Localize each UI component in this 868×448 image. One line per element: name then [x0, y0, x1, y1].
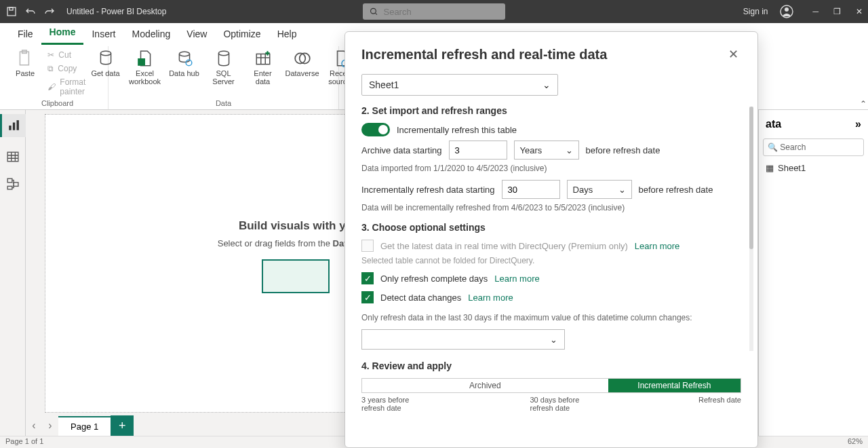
directquery-checkbox	[361, 240, 374, 252]
archive-value-input[interactable]	[449, 141, 507, 160]
directquery-label: Get the latest data in real time with Di…	[380, 241, 628, 251]
title-bar: Untitled - Power BI Desktop Sign in ─ ❐ …	[0, 0, 868, 23]
section-3-header: 3. Choose optional settings	[361, 222, 741, 233]
dialog-title: Incremental refresh and real-time data	[361, 47, 607, 62]
chevron-down-icon: ⌄	[566, 145, 573, 155]
maximize-icon[interactable]: ❐	[833, 7, 841, 16]
dataverse-button[interactable]: Dataverse	[285, 46, 319, 88]
data-view-icon[interactable]	[5, 149, 20, 164]
archive-unit-select[interactable]: Years⌄	[514, 141, 579, 160]
data-pane-title: ata	[766, 118, 781, 130]
dialog-close-icon[interactable]: ✕	[726, 44, 741, 64]
group-data: Data	[216, 99, 231, 109]
signin-link[interactable]: Sign in	[743, 7, 768, 16]
table-icon: ▦	[766, 163, 774, 173]
tab-help[interactable]: Help	[269, 24, 305, 45]
svg-point-11	[218, 51, 229, 56]
incremental-toggle[interactable]	[361, 123, 390, 136]
excel-button[interactable]: Excel workbook	[128, 46, 162, 88]
chevron-down-icon: ⌄	[542, 79, 551, 90]
svg-rect-8	[138, 58, 145, 66]
status-page: Page 1 of 1	[5, 437, 43, 447]
svg-rect-19	[7, 152, 18, 162]
tab-view[interactable]: View	[178, 24, 215, 45]
detect-changes-checkbox[interactable]: ✓	[361, 291, 374, 303]
minimize-icon[interactable]: ─	[812, 7, 818, 16]
paste-button[interactable]: Paste	[11, 46, 39, 80]
svg-rect-22	[7, 186, 12, 189]
report-view-icon[interactable]	[0, 114, 26, 137]
svg-rect-5	[20, 52, 29, 65]
brush-icon: 🖌	[47, 82, 56, 92]
svg-rect-16	[9, 126, 11, 130]
complete-days-learn-more[interactable]: Learn more	[494, 274, 539, 284]
undo-icon[interactable]	[24, 5, 37, 18]
tab-home[interactable]: Home	[41, 22, 84, 45]
tab-file[interactable]: File	[9, 24, 41, 45]
page-tabs: ‹ › Page 1 +	[26, 415, 134, 436]
detect-changes-learn-more[interactable]: Learn more	[468, 293, 513, 303]
complete-days-checkbox[interactable]: ✓	[361, 272, 374, 284]
section-4-header: 4. Review and apply	[361, 360, 741, 371]
global-search[interactable]	[363, 3, 505, 20]
incremental-refresh-dialog: Incremental refresh and real-time data ✕…	[344, 31, 758, 448]
account-icon[interactable]	[780, 5, 793, 18]
detect-changes-label: Detect data changes	[380, 293, 461, 303]
data-pane: ata» 🔍 Search ▦Sheet1	[758, 110, 868, 436]
model-view-icon[interactable]	[5, 176, 20, 191]
archive-suffix: before refresh date	[586, 145, 660, 155]
timeline-label-2: 30 days before refresh date	[530, 396, 598, 412]
excel-icon	[136, 49, 155, 68]
svg-rect-21	[14, 183, 18, 187]
add-page-button[interactable]: +	[111, 415, 134, 436]
svg-rect-12	[256, 54, 270, 64]
redo-icon[interactable]	[43, 5, 56, 18]
tab-modeling[interactable]: Modeling	[123, 24, 178, 45]
close-icon[interactable]: ✕	[856, 7, 863, 16]
directquery-learn-more[interactable]: Learn more	[635, 241, 679, 251]
incr-label: Incrementally refresh data starting	[361, 185, 495, 195]
svg-point-9	[179, 52, 189, 56]
archive-hint: Data imported from 1/1/2020 to 4/5/2023 …	[361, 164, 741, 173]
collapse-pane-icon[interactable]: »	[855, 118, 861, 130]
ribbon-collapse-icon[interactable]: ⌃	[860, 99, 867, 109]
view-rail	[0, 110, 26, 436]
page-prev-icon[interactable]: ‹	[26, 419, 42, 432]
svg-point-2	[371, 8, 376, 14]
canvas-placeholder-icon	[262, 259, 330, 293]
table-select[interactable]: Sheet1 ⌄	[361, 74, 558, 96]
data-hub-button[interactable]: Data hub	[167, 46, 201, 88]
datetime-column-select[interactable]: ⌄	[361, 329, 565, 350]
search-input[interactable]	[383, 7, 498, 17]
copy-icon: ⧉	[47, 64, 54, 73]
data-pane-search[interactable]: 🔍 Search	[763, 138, 864, 156]
page-tab-1[interactable]: Page 1	[58, 416, 111, 436]
table-plus-icon	[254, 49, 273, 68]
paste-icon	[16, 49, 35, 68]
tab-optimize[interactable]: Optimize	[215, 24, 269, 45]
get-data-button[interactable]: Get data	[89, 46, 123, 88]
svg-point-7	[100, 51, 111, 56]
table-item-sheet1[interactable]: ▦Sheet1	[759, 159, 868, 177]
page-next-icon[interactable]: ›	[42, 419, 58, 432]
dialog-scrollbar[interactable]	[749, 107, 753, 351]
timeline-incremental: Incremental Refresh	[608, 379, 741, 392]
chevron-down-icon: ⌄	[618, 185, 626, 195]
save-icon[interactable]	[5, 5, 18, 18]
incr-hint: Data will be incrementally refreshed fro…	[361, 203, 741, 212]
archive-label: Archive data starting	[361, 145, 442, 155]
incr-value-input[interactable]	[502, 180, 560, 199]
database-icon	[96, 49, 115, 68]
timeline-label-3: Refresh date	[698, 396, 741, 412]
toggle-label: Incrementally refresh this table	[397, 125, 517, 135]
status-zoom: 62%	[848, 437, 863, 447]
svg-rect-1	[9, 7, 13, 10]
sql-button[interactable]: SQL Server	[207, 46, 241, 88]
tab-insert[interactable]: Insert	[83, 24, 123, 45]
scroll-thumb[interactable]	[749, 107, 753, 249]
window-title: Untitled - Power BI Desktop	[66, 7, 166, 16]
complete-days-label: Only refresh complete days	[380, 274, 488, 284]
incr-unit-select[interactable]: Days⌄	[567, 180, 632, 199]
group-clipboard: Clipboard	[41, 99, 73, 109]
enter-data-button[interactable]: Enter data	[246, 46, 280, 88]
